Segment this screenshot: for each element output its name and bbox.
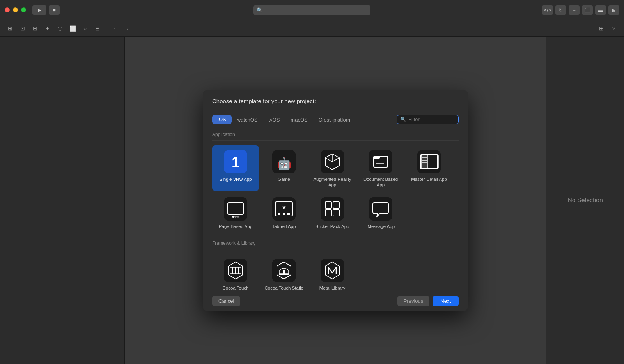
metal-icon: [321, 259, 344, 282]
add-btn[interactable]: ⊞: [596, 23, 607, 34]
tab-ios[interactable]: iOS: [212, 115, 232, 124]
layout-btn1[interactable]: ⬛: [582, 5, 593, 15]
no-selection-label: No Selection: [567, 197, 603, 204]
right-panel: No Selection: [546, 37, 624, 364]
cocoa-static-icon: [272, 259, 296, 282]
svg-text:🤖: 🤖: [277, 156, 292, 170]
tab-macos[interactable]: macOS: [285, 115, 313, 127]
play-button[interactable]: ▶: [32, 5, 46, 15]
page-based-icon: [224, 197, 247, 221]
cocoa-framework-label: Cocoa Touch Framework: [215, 285, 256, 290]
sticker-label: Sticker Pack App: [316, 224, 349, 230]
cocoa-static-label: Cocoa Touch Static Library: [264, 285, 304, 290]
template-ar[interactable]: Augmented Reality App: [309, 145, 356, 191]
svg-point-25: [234, 216, 237, 218]
single-view-icon: 1: [224, 150, 247, 173]
svg-rect-11: [374, 156, 380, 159]
template-metal[interactable]: Metal Library: [309, 254, 356, 290]
tabs-row: iOS watchOS tvOS macOS Cross-platform 🔍: [203, 110, 468, 127]
master-detail-icon: [417, 150, 441, 173]
layout-btn3[interactable]: ⊞: [608, 5, 619, 15]
nav-forward[interactable]: ›: [122, 23, 133, 34]
main-layout: Choose a template for your new project: …: [0, 37, 624, 364]
inspector-btn[interactable]: ⊡: [17, 23, 28, 34]
shape-btn[interactable]: ⬡: [55, 23, 66, 34]
svg-rect-32: [287, 213, 290, 215]
stop-button[interactable]: ■: [49, 5, 60, 15]
tab-tvos[interactable]: tvOS: [263, 115, 285, 127]
master-detail-label: Master-Detail App: [411, 177, 447, 182]
next-button[interactable]: Next: [433, 296, 459, 306]
refresh-btn[interactable]: ↻: [555, 5, 566, 15]
code-btn[interactable]: </>: [542, 5, 553, 15]
dialog-title: Choose a template for your new project:: [212, 98, 316, 104]
svg-rect-43: [235, 267, 236, 274]
template-tabbed[interactable]: ★ Tabbed App: [261, 193, 307, 233]
toolbar-separator: [106, 25, 106, 32]
svg-point-26: [237, 216, 239, 218]
template-single-view[interactable]: 1 Single View App: [212, 145, 259, 191]
dialog-footer: Cancel Previous Next: [203, 291, 468, 311]
ar-icon: [321, 150, 344, 173]
traffic-lights: [5, 7, 26, 12]
sidebar-toggle[interactable]: ⊞: [5, 23, 16, 34]
game-icon: 🤖: [272, 150, 296, 173]
layout-btn2[interactable]: ▬: [595, 5, 606, 15]
maximize-button[interactable]: [21, 7, 26, 12]
metal-label: Metal Library: [319, 285, 345, 290]
toolbar: ⊞ ⊡ ⊟ ✦ ⬡ ⬜ ⟐ ⊟ ‹ › ⊞ ?: [0, 20, 624, 37]
section-framework-header: Framework & Library: [212, 236, 459, 249]
template-sticker[interactable]: Sticker Pack App: [309, 193, 356, 233]
svg-rect-34: [321, 197, 344, 221]
template-imessage[interactable]: iMessage App: [357, 193, 404, 233]
search-icon: 🔍: [257, 7, 262, 13]
filter-input[interactable]: [408, 117, 455, 122]
svg-point-30: [278, 213, 280, 215]
document-icon: [369, 150, 392, 173]
application-grid: 1 Single View App 🤖 Game: [212, 142, 459, 236]
toolbar-right: ⊞ ?: [596, 23, 619, 34]
imessage-label: iMessage App: [367, 224, 395, 230]
svg-rect-9: [369, 150, 392, 173]
cocoa-framework-icon: [224, 259, 247, 282]
tools-btn[interactable]: ✦: [42, 23, 53, 34]
previous-button[interactable]: Previous: [397, 296, 430, 306]
titlebar-center: 🔍: [254, 5, 370, 15]
document-label: Document Based App: [360, 177, 401, 188]
sidebar: [0, 37, 125, 364]
imessage-icon: [369, 197, 392, 221]
svg-rect-50: [283, 270, 285, 275]
draw-btn[interactable]: ⬜: [67, 23, 78, 34]
page-based-label: Page-Based App: [219, 224, 252, 230]
nav-back[interactable]: ‹: [110, 23, 121, 34]
titlebar-search[interactable]: 🔍: [254, 5, 370, 15]
cancel-button[interactable]: Cancel: [212, 296, 240, 306]
svg-rect-44: [238, 267, 239, 274]
section-application-header: Application: [212, 127, 459, 141]
template-cocoa-framework[interactable]: Cocoa Touch Framework: [212, 254, 259, 290]
template-game[interactable]: 🤖 Game: [261, 145, 307, 191]
tab-crossplatform[interactable]: Cross-platform: [313, 115, 357, 127]
template-master-detail[interactable]: Master-Detail App: [406, 145, 452, 191]
tab-watchos[interactable]: watchOS: [232, 115, 263, 127]
titlebar: ▶ ■ 🔍 </> ↻ → ⬛ ▬ ⊞: [0, 0, 624, 20]
sticker-icon: [321, 197, 344, 221]
svg-point-24: [232, 216, 234, 218]
help-btn[interactable]: ?: [608, 23, 619, 34]
template-cocoa-static[interactable]: Cocoa Touch Static Library: [261, 254, 307, 290]
dialog-header: Choose a template for your new project:: [203, 90, 468, 110]
text-btn[interactable]: ⟐: [80, 23, 90, 34]
svg-rect-42: [232, 267, 233, 274]
comment-btn[interactable]: ⊟: [92, 23, 103, 34]
minimize-button[interactable]: [13, 7, 18, 12]
framework-grid: Cocoa Touch Framework: [212, 251, 459, 290]
filter-box[interactable]: 🔍: [397, 115, 459, 124]
ar-label: Augmented Reality App: [312, 177, 353, 188]
forward-btn[interactable]: →: [569, 5, 580, 15]
close-button[interactable]: [5, 7, 10, 12]
tabbed-icon: ★: [272, 197, 296, 221]
new-project-dialog: Choose a template for your new project: …: [203, 90, 468, 311]
canvas-btn[interactable]: ⊟: [30, 23, 41, 34]
template-page-based[interactable]: Page-Based App: [212, 193, 259, 233]
template-document[interactable]: Document Based App: [357, 145, 404, 191]
